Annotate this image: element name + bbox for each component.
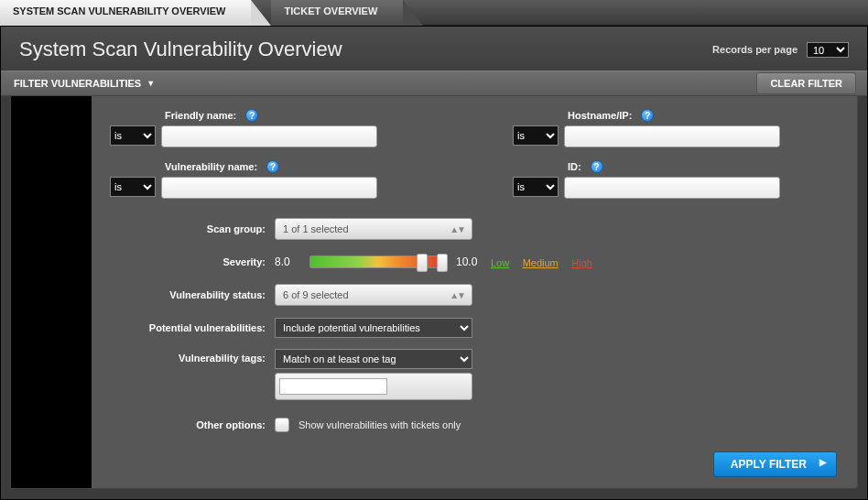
filter-grid: Scan group: 1 of 1 selected ▲▼ Severity:… <box>11 217 842 437</box>
chevron-down-icon: ▼ <box>146 79 155 88</box>
field-hostname-ip: Hostname/IP: ? is <box>414 109 780 147</box>
row-potential-vulnerabilities: Potential vulnerabilities: Include poten… <box>11 316 842 340</box>
records-label: Records per page <box>712 44 797 55</box>
filter-header: FILTER VULNERABILITIES ▼ CLEAR FILTER <box>1 71 867 96</box>
field-id: ID: ? is <box>414 160 780 199</box>
help-icon[interactable]: ? <box>245 109 258 122</box>
tab-ticket-overview[interactable]: TICKET OVERVIEW <box>271 0 403 26</box>
scan-group-select[interactable]: 1 of 1 selected ▲▼ <box>275 218 472 240</box>
tab-system-scan-overview[interactable]: SYSTEM SCAN VULNERABILITY OVERVIEW <box>0 0 251 26</box>
records-per-page: Records per page 10 <box>712 42 849 58</box>
severity-preset-low[interactable]: Low <box>491 257 509 268</box>
updown-icon: ▲▼ <box>450 290 464 300</box>
vulnerability-tags-box <box>275 373 472 400</box>
vulnerability-tags-mode-select[interactable]: Match on at least one tag <box>275 349 472 369</box>
friendly-name-input[interactable] <box>161 125 377 147</box>
tickets-only-label: Show vulnerabilities with tickets only <box>298 419 461 430</box>
tab-label: SYSTEM SCAN VULNERABILITY OVERVIEW <box>13 5 225 16</box>
friendly-name-label: Friendly name: <box>165 110 236 121</box>
filter-toggle[interactable]: FILTER VULNERABILITIES ▼ <box>14 78 155 89</box>
severity-preset-medium[interactable]: Medium <box>523 257 559 268</box>
tab-label: TICKET OVERVIEW <box>284 5 377 16</box>
help-icon[interactable]: ? <box>641 109 654 122</box>
hostname-ip-input[interactable] <box>564 125 780 147</box>
severity-max: 10.0 <box>456 255 482 268</box>
potential-vulnerabilities-select[interactable]: Include potential vulnerabilities <box>275 318 472 338</box>
updown-icon: ▲▼ <box>450 224 464 234</box>
scan-group-value: 1 of 1 selected <box>283 223 349 234</box>
clear-filter-button[interactable]: CLEAR FILTER <box>756 72 856 94</box>
severity-presets: Low Medium High <box>491 254 602 270</box>
row-vulnerability-tags: Vulnerability tags: Match on at least on… <box>11 349 842 400</box>
help-icon[interactable]: ? <box>266 160 279 173</box>
vulnerability-tags-input[interactable] <box>279 378 387 395</box>
vulnerability-status-select[interactable]: 6 of 9 selected ▲▼ <box>275 284 472 306</box>
severity-min: 8.0 <box>275 255 300 268</box>
severity-handle-max[interactable] <box>437 254 448 272</box>
row-other-options: Other options: Show vulnerabilities with… <box>11 413 842 437</box>
vulnerability-name-operator[interactable]: is <box>110 177 156 197</box>
id-operator[interactable]: is <box>513 177 559 197</box>
row-severity: Severity: 8.0 10.0 Low Medium High <box>11 250 842 274</box>
sidebar-stub <box>11 96 92 488</box>
records-select[interactable]: 10 <box>807 42 849 58</box>
filter-body: Friendly name: ? is Vulnerability name: … <box>10 96 858 489</box>
vulnerability-name-label: Vulnerability name: <box>165 161 257 172</box>
tickets-only-checkbox[interactable] <box>275 418 289 432</box>
tabs-bar: SYSTEM SCAN VULNERABILITY OVERVIEW TICKE… <box>0 0 868 26</box>
friendly-name-operator[interactable]: is <box>110 125 156 146</box>
apply-row: APPLY FILTER <box>11 451 842 477</box>
filter-header-label: FILTER VULNERABILITIES <box>14 78 141 89</box>
hostname-ip-operator[interactable]: is <box>513 125 559 146</box>
apply-filter-button[interactable]: APPLY FILTER <box>713 451 837 477</box>
help-icon[interactable]: ? <box>591 160 603 173</box>
severity-slider[interactable] <box>309 255 447 268</box>
id-input[interactable] <box>564 177 780 199</box>
page-title: System Scan Vulnerability Overview <box>19 38 342 61</box>
row-vulnerability-status: Vulnerability status: 6 of 9 selected ▲▼ <box>11 283 842 307</box>
id-label: ID: <box>568 161 581 172</box>
row-scan-group: Scan group: 1 of 1 selected ▲▼ <box>11 217 842 241</box>
hostname-ip-label: Hostname/IP: <box>568 110 632 121</box>
severity-handle-min[interactable] <box>417 254 428 272</box>
page: System Scan Vulnerability Overview Recor… <box>0 26 868 500</box>
vulnerability-name-input[interactable] <box>161 177 377 199</box>
text-filters: Friendly name: ? is Vulnerability name: … <box>11 109 842 212</box>
severity-preset-high[interactable]: High <box>571 257 592 268</box>
vulnerability-status-value: 6 of 9 selected <box>283 289 349 300</box>
titlebar: System Scan Vulnerability Overview Recor… <box>1 27 867 71</box>
